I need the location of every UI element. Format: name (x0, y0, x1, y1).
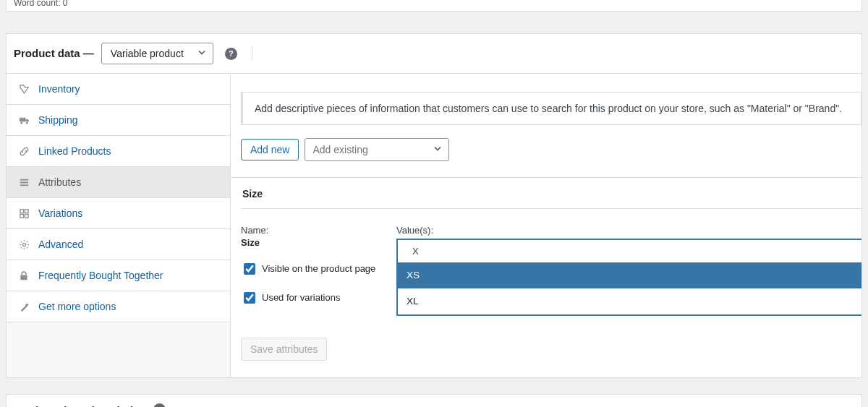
product-data-header: Product data — Variable product ? (7, 34, 861, 74)
tab-linked-products[interactable]: Linked Products (7, 136, 230, 167)
svg-point-2 (25, 121, 27, 124)
divider (252, 46, 252, 61)
used-for-variations-checkbox[interactable] (244, 292, 255, 304)
svg-point-10 (22, 243, 25, 246)
tab-attributes[interactable]: Attributes (7, 167, 230, 198)
svg-rect-11 (20, 275, 27, 280)
product-data-title: Product data — (14, 47, 94, 60)
save-attributes-button[interactable]: Save attributes (241, 338, 327, 361)
svg-rect-3 (20, 179, 27, 180)
tab-advanced[interactable]: Advanced (7, 229, 230, 260)
tab-label: Shipping (38, 114, 78, 126)
add-existing-attribute-input[interactable] (305, 138, 449, 161)
tab-label: Frequently Bought Together (38, 270, 163, 281)
attributes-info: Add descriptive pieces of information th… (241, 92, 861, 125)
svg-rect-9 (25, 214, 28, 218)
product-type-select[interactable]: Variable product (101, 43, 213, 64)
tab-label: Variations (38, 207, 82, 219)
svg-rect-4 (20, 181, 27, 183)
tab-variations[interactable]: Variations (7, 198, 230, 229)
attributes-panel: Add descriptive pieces of information th… (231, 74, 861, 377)
svg-rect-7 (25, 209, 28, 213)
inventory-icon (18, 84, 30, 95)
tab-label: Advanced (38, 239, 83, 250)
svg-rect-6 (20, 209, 23, 213)
used-for-variations-checkbox-wrap[interactable]: Used for variations (241, 291, 382, 306)
tab-shipping[interactable]: Shipping (7, 105, 230, 136)
attribute-row: Size Name: Size Visible on the product p… (231, 177, 861, 361)
tab-label: Linked Products (38, 145, 111, 157)
tab-label: Inventory (38, 83, 80, 95)
wand-icon (18, 301, 30, 312)
attribute-name-value: Size (241, 237, 382, 248)
product-type-select-wrap: Variable product (101, 43, 213, 64)
add-new-attribute-button[interactable]: Add new (241, 139, 299, 160)
product-data-tabs: Inventory Shipping Linked Products Attri… (7, 74, 231, 377)
tab-frequently-bought-together[interactable]: Frequently Bought Together (7, 260, 230, 291)
visible-on-page-checkbox[interactable] (244, 263, 255, 275)
word-count-label: Word count: 0 (14, 0, 67, 8)
help-icon[interactable]: ? (225, 48, 237, 60)
attribute-values-search[interactable]: X (398, 240, 861, 262)
attribute-title[interactable]: Size (241, 178, 861, 209)
attribute-values-select[interactable]: X XS XL (396, 239, 861, 316)
tab-label: Get more options (38, 301, 116, 312)
visible-on-page-checkbox-wrap[interactable]: Visible on the product page (241, 262, 382, 277)
attribute-name-label: Name: (241, 225, 382, 236)
truck-icon (18, 116, 30, 125)
attribute-value-option[interactable]: XS (398, 262, 861, 288)
used-for-variations-label: Used for variations (262, 291, 340, 304)
attribute-value-option[interactable]: XL (398, 288, 861, 314)
list-icon (18, 177, 30, 188)
tab-label: Attributes (38, 176, 81, 188)
svg-point-1 (20, 121, 22, 124)
svg-rect-5 (20, 184, 27, 186)
product-data-metabox: Product data — Variable product ? Invent… (6, 33, 862, 378)
visible-on-page-label: Visible on the product page (262, 262, 375, 275)
tab-get-more-options[interactable]: Get more options (7, 291, 230, 322)
lock-icon (18, 270, 30, 281)
add-existing-attribute-combo[interactable] (305, 138, 449, 161)
short-description-title: Product short description (14, 404, 146, 408)
svg-rect-8 (20, 214, 23, 218)
tab-inventory[interactable]: Inventory (7, 74, 230, 105)
attribute-values-label: Value(s): (396, 225, 861, 236)
grid-icon (18, 208, 30, 219)
link-icon (18, 146, 30, 157)
help-icon[interactable]: ? (153, 403, 166, 407)
svg-rect-0 (20, 117, 25, 121)
gear-icon (18, 239, 30, 250)
product-short-description-metabox: Product short description ? (6, 394, 862, 407)
